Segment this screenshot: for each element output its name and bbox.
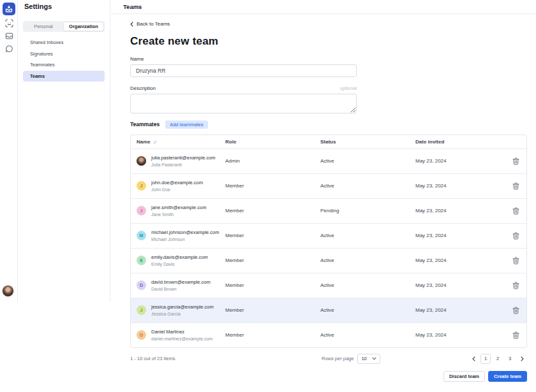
team-name-input[interactable]: [130, 64, 357, 77]
rows-per-page-label: Rows per page: [322, 356, 354, 361]
row-role: Member: [225, 332, 320, 338]
table-row[interactable]: M michael.johnson@example.com Michael Jo…: [131, 223, 526, 248]
face-scan-icon[interactable]: [4, 18, 13, 27]
settings-sidebar: Settings Personal Organization Shared In…: [18, 0, 110, 302]
trash-icon: [512, 182, 519, 190]
page-button-1[interactable]: 1: [480, 354, 491, 364]
delete-row-button[interactable]: [511, 305, 521, 316]
row-secondary-text: Jane Smith: [151, 212, 206, 217]
table-row[interactable]: J jane.smith@example.com Jane Smith Memb…: [131, 198, 526, 223]
row-date: May 23, 2024: [415, 282, 503, 288]
tab-organization[interactable]: Organization: [63, 22, 104, 31]
delete-row-button[interactable]: [511, 205, 521, 216]
name-label: Name: [130, 56, 357, 62]
page-title: Create new team: [130, 35, 527, 48]
row-role: Member: [225, 183, 320, 189]
teammates-table: Name ↓↑ Role Status Date invited julia.p…: [130, 134, 527, 348]
avatar: D: [137, 280, 146, 290]
row-status: Active: [320, 307, 415, 313]
page-button-2[interactable]: 2: [493, 354, 503, 364]
trash-icon: [512, 307, 519, 314]
rows-per-page-value: 10: [361, 356, 366, 361]
settings-tab-group: Personal Organization: [23, 21, 105, 32]
row-primary-text: michael.johnson@example.com: [151, 229, 219, 235]
items-count-summary: 1 - 10 out of 23 items: [130, 356, 277, 361]
table-row[interactable]: julia.pasteranti@example.com Julia Paste…: [131, 149, 526, 173]
pagination-bar: 1 - 10 out of 23 items Rows per page 10 …: [130, 354, 527, 364]
trash-icon: [512, 331, 519, 339]
topbar: Teams: [111, 0, 536, 14]
row-secondary-text: Julia Pasteranti: [151, 163, 216, 167]
table-row[interactable]: J jessica.garcia@example.com Jessica Gar…: [131, 298, 526, 323]
rows-per-page-select[interactable]: 10: [357, 354, 380, 364]
header-role: Role: [225, 139, 320, 145]
chevron-left-icon: [130, 22, 133, 27]
avatar: J: [137, 181, 146, 191]
sort-icon[interactable]: ↓↑: [153, 140, 156, 144]
previous-page-button[interactable]: [468, 354, 479, 364]
back-link-label: Back to Teams: [137, 21, 170, 27]
header-date-invited: Date invited: [415, 139, 503, 145]
header-status: Status: [320, 139, 415, 145]
content: Back to Teams Create new team Name Descr…: [111, 14, 536, 364]
add-teammates-button[interactable]: Add teammates: [165, 120, 208, 129]
table-row[interactable]: D Daniel Martinez daniel.martinez@exampl…: [131, 323, 526, 347]
row-date: May 23, 2024: [415, 183, 503, 189]
table-row[interactable]: D david.brown@example.com David Brown Me…: [131, 273, 526, 298]
create-team-button[interactable]: Create team: [488, 371, 527, 382]
delete-row-button[interactable]: [511, 156, 521, 166]
row-role: Member: [225, 282, 320, 288]
delete-row-button[interactable]: [511, 255, 521, 266]
next-page-button[interactable]: [517, 354, 527, 364]
user-avatar[interactable]: [2, 285, 14, 297]
chevron-left-icon: [472, 356, 475, 361]
row-role: Member: [225, 307, 320, 313]
inbox-tray-logo-icon: [5, 5, 13, 13]
header-name[interactable]: Name ↓↑: [131, 139, 225, 145]
avatar: D: [137, 330, 146, 340]
row-role: Member: [225, 258, 320, 263]
sidebar-item-teammates[interactable]: Teammates: [23, 59, 105, 71]
sidebar-item-teams[interactable]: Teams: [23, 71, 105, 82]
delete-row-button[interactable]: [511, 180, 521, 191]
row-primary-text: david.brown@example.com: [151, 279, 211, 285]
app-logo[interactable]: [3, 3, 15, 15]
sidebar-item-signatures[interactable]: Signatures: [23, 48, 105, 60]
topbar-title: Teams: [123, 3, 142, 10]
table-row[interactable]: E emily.davis@example.com Emily Davis Me…: [131, 248, 526, 273]
create-team-form: Name Description optional: [130, 56, 357, 113]
row-status: Active: [320, 282, 415, 288]
row-status: Active: [320, 233, 415, 238]
avatar: M: [137, 231, 146, 240]
optional-hint: optional: [340, 85, 357, 91]
row-date: May 23, 2024: [415, 233, 503, 238]
back-link[interactable]: Back to Teams: [130, 21, 170, 27]
row-date: May 23, 2024: [415, 258, 503, 263]
row-primary-text: jane.smith@example.com: [151, 205, 206, 210]
chevron-right-icon: [521, 356, 524, 361]
table-row[interactable]: J john.doe@example.com John Doe Member A…: [131, 173, 526, 198]
row-role: Admin: [225, 158, 320, 164]
delete-row-button[interactable]: [511, 280, 521, 291]
tab-personal[interactable]: Personal: [24, 22, 63, 31]
trash-icon: [512, 282, 519, 289]
row-status: Active: [320, 183, 415, 189]
chat-bubble-icon[interactable]: [4, 44, 13, 53]
row-primary-text: julia.pasteranti@example.com: [151, 155, 216, 161]
avatar-photo: [137, 156, 146, 166]
row-role: Member: [225, 208, 320, 214]
delete-row-button[interactable]: [511, 230, 521, 241]
page-controls: 123: [468, 354, 527, 364]
discard-team-button[interactable]: Discard team: [443, 371, 485, 382]
team-description-textarea[interactable]: [130, 94, 357, 113]
inbox-icon[interactable]: [4, 31, 13, 40]
row-secondary-text: Emily Davis: [151, 262, 208, 266]
page-button-3[interactable]: 3: [505, 354, 515, 364]
table-header: Name ↓↑ Role Status Date invited: [131, 135, 526, 149]
row-role: Member: [225, 233, 320, 238]
row-primary-text: jessica.garcia@example.com: [151, 304, 214, 310]
chevron-down-icon: [372, 357, 376, 360]
row-secondary-text: Jessica Garcia: [151, 312, 214, 316]
delete-row-button[interactable]: [511, 330, 521, 340]
sidebar-item-shared-inboxes[interactable]: Shared Inboxes: [23, 37, 105, 48]
